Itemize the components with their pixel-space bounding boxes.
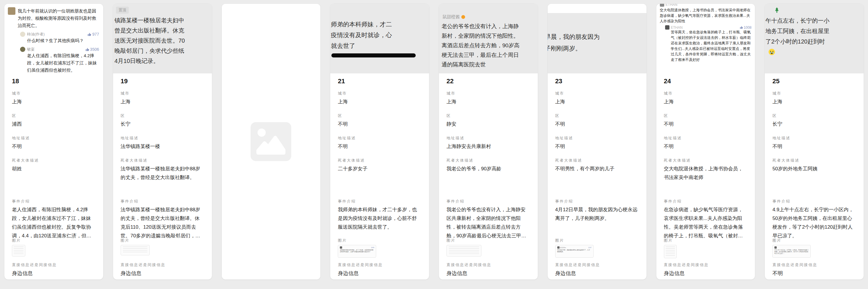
field-label-address: 地址描述 xyxy=(664,136,748,141)
thumb-text: 4月12日早晨，我的朋友因为心梗永远离开了，儿子刚刚两岁。 xyxy=(557,249,592,252)
case-card-19[interactable]: 置顶 镇路某楼一楼独居老夫妇中 曾是交大出版社翻译。休克 送医无对接医院而去世。… xyxy=(113,3,212,280)
field-label-city: 城市 xyxy=(338,91,422,96)
thumbs-up-icon xyxy=(740,26,743,29)
field-label-district: 区 xyxy=(664,113,748,118)
reply-text: 什么时候？生了其他疾病吗？ xyxy=(20,37,99,44)
case-screenshot: 置顶 镇路某楼一楼独居老夫妇中 曾是交大出版社翻译。休克 送医无对接医院而去世。… xyxy=(113,4,212,73)
thumbs-up-icon xyxy=(86,47,89,51)
deceased-value: 胡姓 xyxy=(12,165,96,173)
event-value: 4月12日早晨，我的朋友因为心梗永远离开了，儿子刚刚两岁。 xyxy=(555,206,639,223)
field-label-city: 城市 xyxy=(446,91,530,96)
field-label-event: 事件介绍 xyxy=(338,199,422,204)
field-label-event: 事件介绍 xyxy=(12,199,96,204)
address-value: 不明 xyxy=(338,142,422,151)
thumb-like-count: 2147 xyxy=(588,247,592,249)
field-label-city: 城市 xyxy=(12,91,96,96)
thumbs-up-icon xyxy=(88,33,91,36)
field-label-address: 地址描述 xyxy=(772,136,856,141)
orange-emoji-icon xyxy=(461,15,465,19)
district-value: 长宁 xyxy=(772,120,856,129)
event-value: 我师弟的本科师妹，才二十多岁，也是因为疫情没有及时就诊，心脏不舒服送医院隔天就去… xyxy=(338,206,422,231)
address-value: 不明 xyxy=(772,142,856,151)
case-card-25[interactable]: 午十点左右，长宁的一小 地务工阿姨，在出租屋里 了2个小时的120赶到时 25 … xyxy=(765,3,864,280)
field-label-direct: 直接信息还是间接信息 xyxy=(121,262,204,267)
case-number: 21 xyxy=(338,77,422,91)
field-label-city: 城市 xyxy=(664,91,748,96)
pine-tree-emoji-icon xyxy=(775,7,779,13)
direct-value: 身边信息 xyxy=(12,269,96,278)
reply-text: 苦等两天，坐在急诊角落的椅子上，打吊瓶、吸氧气（被封控的子女设法送去的，杯水车薪… xyxy=(665,30,752,63)
reply-avatar xyxy=(20,32,25,37)
thumb-text: 还有我师弟的本科师妹，才二十多岁，也是因为疫情没有及时就诊，心脏不舒服送医院隔天… xyxy=(340,249,374,252)
case-number: 23 xyxy=(555,77,639,91)
thumb-author: 夏培Mike xyxy=(560,247,566,249)
case-screenshot: 我几十年前就认识的一位胡姓朋友也是因为封控、核酸检测等原因没有得到及时救治而死亡… xyxy=(4,4,103,73)
image-thumbnail: 4.9上午十点左右，长宁的一小区内，50岁的外地务工阿姨，在出租屋里心梗发作，等… xyxy=(772,245,811,258)
image-placeholder-icon xyxy=(251,122,291,161)
direct-value: 身边信息 xyxy=(664,269,748,278)
direct-value: 身边信息 xyxy=(446,269,530,278)
field-label-image: 图片 xyxy=(555,238,639,243)
field-label-direct: 直接信息还是间接信息 xyxy=(446,262,530,267)
field-label-deceased: 死者大体描述 xyxy=(121,158,204,163)
field-label-direct: 直接信息还是间接信息 xyxy=(664,262,748,267)
case-card-23[interactable]: 早晨，我的朋友因为 子刚刚两岁。 23 城市上海 区不明 地址描述不明 死者大体… xyxy=(547,3,647,280)
pinned-badge: 置顶 xyxy=(116,7,129,14)
district-value: 不明 xyxy=(338,120,422,129)
thumb-text: 4.9上午十点左右，长宁的一小区内，50岁的外地务工阿姨，在出租屋里心梗发作，等… xyxy=(774,249,809,254)
case-card-18[interactable]: 我几十年前就认识的一位胡姓朋友也是因为封控、核酸检测等原因没有得到及时救治而死亡… xyxy=(4,3,103,280)
district-value: 浦西 xyxy=(12,120,96,129)
direct-value: 身边信息 xyxy=(555,269,639,278)
city-value: 上海 xyxy=(664,98,748,106)
case-card-20[interactable]: 20 城市上海 区不明 地址描述上海某康复医院 死者大体描述李昶生于1973年，… xyxy=(221,3,321,280)
field-label-event: 事件介绍 xyxy=(555,199,639,204)
field-label-deceased: 死者大体描述 xyxy=(12,158,96,163)
event-value: 老人住浦西，有陈旧性脑梗，4.2摔跤，女儿被封在浦东过不了江，妹妹们虽住浦西但也… xyxy=(12,206,96,240)
case-number: 22 xyxy=(446,77,530,91)
reply-text: 老人住浦西，有陈旧性脑梗，4.2摔跤，女儿被封在浦东过不了江，妹妹们虽住浦西但也… xyxy=(20,52,99,73)
case-number: 19 xyxy=(121,77,204,91)
screenshot-text: 老公的爷爷也没有计入，上海静 新村，全家阴的情况下他阳性。 离酒店后差点转去方舱… xyxy=(441,22,538,69)
like-count: 3506 xyxy=(86,47,99,52)
case-card-24[interactable]: ETHAN 交大电院退休教授，上海书协会员，书法家吴中南老师在急诊病逝，缺少氧气… xyxy=(656,3,755,280)
screenshot-text: 午十点左右，长宁的一小 地务工阿姨，在出租屋里 了2个小时的120赶到时 xyxy=(765,15,864,47)
field-label-deceased: 死者大体描述 xyxy=(338,158,422,163)
city-value: 上海 xyxy=(772,98,856,106)
city-value: 上海 xyxy=(12,98,96,106)
case-number: 24 xyxy=(664,77,748,91)
address-value: 不明 xyxy=(555,142,639,151)
deceased-value: 不明男性，有个两岁的儿子 xyxy=(555,165,639,173)
reply-avatar xyxy=(665,25,670,30)
case-card-22[interactable]: 鼠甜橙酱 老公的爷爷也没有计入，上海静 新村，全家阴的情况下他阳性。 离酒店后差… xyxy=(439,3,538,280)
case-number: 18 xyxy=(12,77,96,91)
thumb-avatar xyxy=(340,246,342,249)
event-value: 法华镇路某楼一楼独居老夫妇中88岁的丈夫，曾经是交大出版社翻译。休克后110、1… xyxy=(121,206,204,240)
address-value: 不明 xyxy=(664,142,748,151)
image-thumbnail xyxy=(12,245,25,256)
deceased-value: 交大电院退休教授，上海书协会员，书法家吴中南老师 xyxy=(664,165,748,182)
district-value: 静安 xyxy=(446,120,530,129)
field-label-district: 区 xyxy=(338,113,422,118)
reply-avatar xyxy=(20,47,25,52)
field-label-address: 地址描述 xyxy=(338,136,422,141)
case-screenshot: 早晨，我的朋友因为 子刚刚两岁。 xyxy=(548,4,647,73)
district-value: 长宁 xyxy=(121,120,204,129)
crying-face-emoji-icon xyxy=(768,48,775,57)
case-screenshot: 鼠甜橙酱 老公的爷爷也没有计入，上海静 新村，全家阴的情况下他阳性。 离酒店后差… xyxy=(439,4,538,73)
like-count: 1008 xyxy=(740,26,752,30)
event-value: 我老公的爷爷也没有计入，上海静安区共康新村，全家阴的情况下他阳性，被转去隔离酒店… xyxy=(446,206,530,240)
field-label-district: 区 xyxy=(121,113,204,118)
deceased-value: 我老公的爷爷，90岁高龄 xyxy=(446,165,530,173)
case-number: 25 xyxy=(772,77,856,91)
field-label-deceased: 死者大体描述 xyxy=(664,158,748,163)
image-thumbnail xyxy=(446,245,482,256)
case-card-21[interactable]: 师弟的本科师妹，才二 疫情没有及时就诊，心 就去世了 21 城市上海 区不明 地… xyxy=(330,3,429,280)
field-label-city: 城市 xyxy=(555,91,639,96)
thumb-avatar xyxy=(557,246,560,249)
case-screenshot xyxy=(222,4,321,280)
city-value: 上海 xyxy=(555,98,639,106)
direct-value: 不明 xyxy=(772,269,856,278)
commenter-avatar xyxy=(8,7,16,15)
field-label-address: 地址描述 xyxy=(121,136,204,141)
case-screenshot: 午十点左右，长宁的一小 地务工阿姨，在出租屋里 了2个小时的120赶到时 xyxy=(765,4,864,73)
